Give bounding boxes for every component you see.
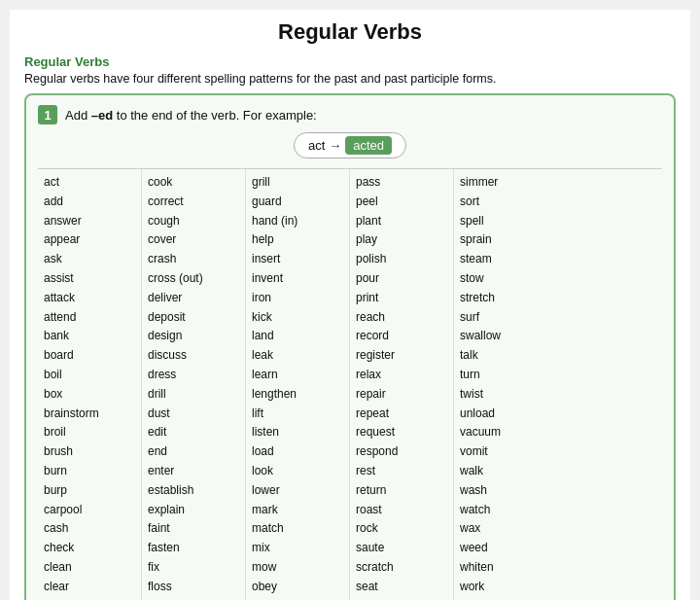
word-item: insert bbox=[252, 250, 343, 269]
word-item: pass bbox=[356, 173, 447, 193]
word-item: rock bbox=[356, 519, 447, 539]
word-item: mark bbox=[252, 501, 343, 520]
rule-box: 1 Add –ed to the end of the verb. For ex… bbox=[24, 93, 676, 600]
example-result: acted bbox=[345, 136, 392, 155]
word-item: bank bbox=[44, 327, 135, 346]
word-item: act bbox=[44, 173, 135, 193]
word-item: saute bbox=[356, 539, 447, 558]
word-item: register bbox=[356, 346, 447, 366]
word-item: walk bbox=[460, 462, 552, 481]
word-column-4: passpeelplantplaypolishpourprintreachrec… bbox=[350, 169, 454, 600]
word-item: boil bbox=[44, 366, 135, 385]
word-item: whiten bbox=[460, 558, 552, 578]
word-item: request bbox=[356, 423, 447, 442]
word-item: obey bbox=[252, 578, 343, 597]
word-item: enter bbox=[148, 462, 239, 481]
word-item: attend bbox=[44, 308, 135, 328]
word-item: invent bbox=[252, 269, 343, 289]
word-item: plant bbox=[356, 212, 447, 231]
section-desc: Regular verbs have four different spelli… bbox=[24, 72, 676, 86]
word-item: brush bbox=[44, 442, 135, 462]
example-word: act bbox=[308, 138, 325, 153]
word-item: reach bbox=[356, 308, 447, 328]
word-item: weed bbox=[460, 539, 552, 558]
example-pill: act → acted bbox=[294, 132, 406, 159]
word-item: vomit bbox=[460, 442, 552, 462]
page-title: Regular Verbs bbox=[24, 19, 676, 45]
word-item: end bbox=[148, 442, 239, 462]
rule-text: Add –ed to the end of the verb. For exam… bbox=[65, 108, 317, 123]
word-item: faint bbox=[148, 519, 239, 539]
section-title: Regular Verbs bbox=[24, 54, 676, 69]
word-item: mow bbox=[252, 558, 343, 578]
word-item: vacuum bbox=[460, 423, 552, 442]
word-item: print bbox=[356, 289, 447, 308]
word-item: ask bbox=[44, 250, 135, 269]
rule-text-after: to the end of the verb. For example: bbox=[113, 108, 317, 123]
word-item: sprain bbox=[460, 230, 552, 250]
word-item: floss bbox=[148, 578, 239, 597]
word-item: discuss bbox=[148, 346, 239, 366]
word-item: assist bbox=[44, 269, 135, 289]
word-item: wash bbox=[460, 481, 552, 501]
word-item: clear bbox=[44, 578, 135, 597]
word-item: help bbox=[252, 230, 343, 250]
word-item: burn bbox=[44, 462, 135, 481]
word-item: cash bbox=[44, 519, 135, 539]
word-item: steam bbox=[460, 250, 552, 269]
word-item: explain bbox=[148, 501, 239, 520]
word-item: seat bbox=[356, 578, 447, 597]
word-item: twist bbox=[460, 385, 552, 405]
word-item: swallow bbox=[460, 327, 552, 346]
word-item: board bbox=[44, 346, 135, 366]
word-item: fold bbox=[148, 597, 239, 600]
word-item: scratch bbox=[356, 558, 447, 578]
example-arrow-icon: → bbox=[329, 138, 341, 153]
word-item: pour bbox=[356, 269, 447, 289]
word-column-5: simmersortspellsprainsteamstowstretchsur… bbox=[454, 169, 558, 600]
word-item: burp bbox=[44, 481, 135, 501]
word-item: leak bbox=[252, 346, 343, 366]
word-item: edit bbox=[148, 423, 239, 442]
word-item: work bbox=[460, 578, 552, 597]
word-item: dress bbox=[148, 366, 239, 385]
word-item: clean bbox=[44, 558, 135, 578]
word-column-2: cookcorrectcoughcovercrashcross (out)del… bbox=[142, 169, 246, 600]
word-item: attack bbox=[44, 289, 135, 308]
word-item: stretch bbox=[460, 289, 552, 308]
word-item: lower bbox=[252, 481, 343, 501]
word-item: surf bbox=[460, 308, 552, 328]
word-item: cover bbox=[148, 230, 239, 250]
word-item: load bbox=[252, 442, 343, 462]
word-item: roast bbox=[356, 501, 447, 520]
word-item: brainstorm bbox=[44, 405, 135, 424]
word-item: dust bbox=[148, 405, 239, 424]
rule-number: 1 bbox=[38, 105, 57, 124]
word-item: land bbox=[252, 327, 343, 346]
word-item: wax bbox=[460, 519, 552, 539]
word-item: deliver bbox=[148, 289, 239, 308]
word-item: repeat bbox=[356, 405, 447, 424]
word-item: carpool bbox=[44, 501, 135, 520]
word-item: broil bbox=[44, 423, 135, 442]
example-box: act → acted bbox=[38, 132, 662, 159]
word-item: look bbox=[252, 462, 343, 481]
word-item: peel bbox=[356, 193, 447, 212]
word-item: deposit bbox=[148, 308, 239, 328]
word-item: relax bbox=[356, 366, 447, 385]
word-item: sort bbox=[460, 193, 552, 212]
word-item: watch bbox=[460, 501, 552, 520]
words-grid: actaddanswerappearaskassistattackattendb… bbox=[38, 168, 662, 600]
word-item: drill bbox=[148, 385, 239, 405]
word-item: record bbox=[356, 327, 447, 346]
word-item: design bbox=[148, 327, 239, 346]
word-item: box bbox=[44, 385, 135, 405]
word-item: lift bbox=[252, 405, 343, 424]
word-item: rest bbox=[356, 462, 447, 481]
word-item: kick bbox=[252, 308, 343, 328]
word-item: polish bbox=[356, 250, 447, 269]
word-item: match bbox=[252, 519, 343, 539]
rule-text-before: Add bbox=[65, 108, 91, 123]
word-item: spell bbox=[460, 212, 552, 231]
word-item: grill bbox=[252, 173, 343, 193]
